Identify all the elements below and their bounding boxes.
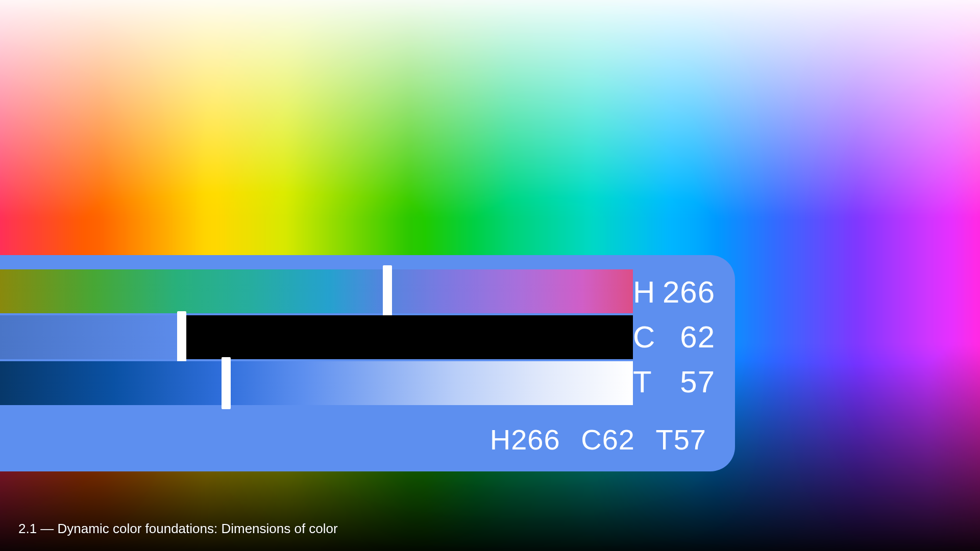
chroma-thumb[interactable] — [177, 311, 186, 363]
slide-caption: 2.1 — Dynamic color foundations: Dimensi… — [18, 521, 338, 537]
tone-track — [0, 361, 633, 405]
hct-summary: H266 C62 T57 — [490, 423, 706, 456]
tone-slider[interactable] — [0, 361, 633, 405]
chroma-key: C — [633, 319, 663, 355]
chroma-track — [0, 315, 633, 359]
chroma-slider[interactable] — [0, 315, 633, 359]
hue-key: H — [633, 274, 663, 310]
summary-h: H266 — [490, 423, 560, 456]
summary-c: C62 — [581, 423, 635, 456]
hue-value: 266 — [663, 274, 715, 310]
chroma-value: 62 — [663, 319, 715, 355]
summary-t: T57 — [656, 423, 707, 456]
hue-slider[interactable] — [0, 269, 633, 313]
tone-readout: T 57 — [633, 359, 715, 404]
chroma-readout: C 62 — [633, 314, 715, 359]
hue-thumb[interactable] — [383, 265, 392, 317]
hct-panel: H 266 C 62 T 57 H266 C62 T57 — [0, 255, 735, 471]
tone-value: 57 — [663, 364, 715, 399]
hue-track — [0, 269, 633, 313]
hue-readout: H 266 — [633, 269, 715, 314]
tone-key: T — [633, 364, 663, 399]
tone-thumb[interactable] — [222, 357, 231, 409]
